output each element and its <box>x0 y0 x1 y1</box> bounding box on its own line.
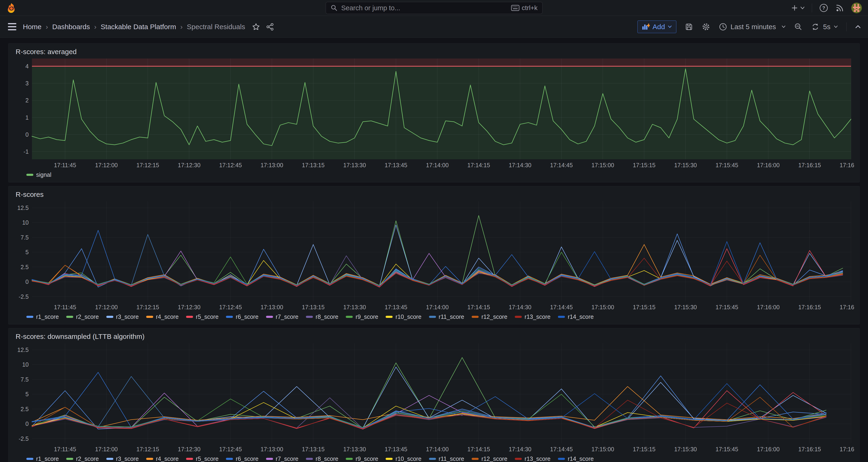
user-avatar[interactable] <box>851 3 862 13</box>
legend-item[interactable]: r13_score <box>515 456 551 462</box>
zoom-out-time-button[interactable] <box>794 23 803 31</box>
legend-item[interactable]: r10_score <box>385 313 421 320</box>
svg-text:17:12:45: 17:12:45 <box>219 446 242 453</box>
legend-item[interactable]: r2_score <box>66 313 99 320</box>
legend-series-color <box>186 316 193 318</box>
legend-series-label: r10_score <box>395 313 421 320</box>
legend-item[interactable]: r9_score <box>346 313 378 320</box>
favorite-button[interactable] <box>252 23 260 31</box>
svg-text:17:14:00: 17:14:00 <box>426 304 448 310</box>
share-icon <box>266 23 274 31</box>
legend-series-color <box>472 458 479 460</box>
svg-text:17:14:00: 17:14:00 <box>426 446 448 453</box>
legend-item[interactable]: r12_score <box>472 456 507 462</box>
breadcrumb-home[interactable]: Home <box>23 23 41 31</box>
legend-series-color <box>266 316 273 318</box>
clock-icon <box>719 23 727 31</box>
grafana-flame-icon <box>6 3 17 13</box>
legend-item[interactable]: r14_score <box>558 456 594 462</box>
legend-item[interactable]: r12_score <box>472 313 507 320</box>
legend-item[interactable]: r14_score <box>558 313 594 320</box>
refresh-button[interactable]: 5s <box>811 22 838 31</box>
legend-item[interactable]: r7_score <box>266 456 299 462</box>
svg-text:17:15:00: 17:15:00 <box>591 304 614 310</box>
breadcrumb-folder[interactable]: Stackable Data Platform <box>101 23 176 31</box>
timeseries-chart-downsampled[interactable]: 17:11:4517:12:0017:12:1517:12:3017:12:45… <box>13 341 855 454</box>
legend-item[interactable]: r11_score <box>429 456 464 462</box>
legend-series-label: r9_score <box>355 456 378 462</box>
share-button[interactable] <box>266 23 274 31</box>
legend-series-label: r12_score <box>482 456 507 462</box>
legend-item[interactable]: r8_score <box>306 456 338 462</box>
breadcrumb-separator: › <box>94 23 96 31</box>
svg-text:17:16:30: 17:16:30 <box>840 304 855 310</box>
legend-series-label: r6_score <box>236 456 258 462</box>
legend-series-label: r2_score <box>76 313 99 320</box>
panel-title[interactable]: R-scores: averaged <box>16 48 855 56</box>
legend-series-color <box>306 458 313 460</box>
timeseries-chart-averaged[interactable]: 17:11:4517:12:0017:12:1517:12:3017:12:45… <box>13 56 855 170</box>
mega-menu-toggle[interactable] <box>7 22 17 31</box>
refresh-icon <box>811 22 820 31</box>
legend-item[interactable]: r4_score <box>146 456 179 462</box>
legend-series-label: r6_score <box>236 313 258 320</box>
time-range-label: Last 5 minutes <box>731 23 776 31</box>
svg-text:17:11:45: 17:11:45 <box>54 162 76 168</box>
breadcrumb-dashboards[interactable]: Dashboards <box>52 23 90 31</box>
svg-text:17:12:30: 17:12:30 <box>178 304 200 310</box>
legend-series-color <box>66 316 73 318</box>
svg-text:17:15:45: 17:15:45 <box>715 304 738 310</box>
time-range-picker[interactable]: Last 5 minutes <box>719 23 786 31</box>
svg-text:-2.5: -2.5 <box>19 294 29 300</box>
legend-item[interactable]: r4_score <box>146 313 179 320</box>
panel-title[interactable]: R-scores: downsampled (LTTB algorithm) <box>16 333 855 340</box>
legend: r1_scorer2_scorer3_scorer4_scorer5_score… <box>13 454 855 462</box>
legend-series-color <box>26 458 33 460</box>
legend-item[interactable]: r5_score <box>186 313 218 320</box>
legend-item[interactable]: r10_score <box>385 456 421 462</box>
search-input[interactable] <box>341 4 507 12</box>
new-menu-button[interactable] <box>791 4 805 12</box>
grafana-logo[interactable] <box>6 3 17 13</box>
global-search[interactable]: ctrl+k <box>326 2 542 14</box>
legend-series-color <box>346 458 353 460</box>
chevron-down-icon <box>781 25 786 28</box>
legend-item[interactable]: r6_score <box>226 313 258 320</box>
add-panel-button[interactable]: Add <box>638 21 676 33</box>
svg-text:17:15:30: 17:15:30 <box>674 162 697 168</box>
legend-item[interactable]: r13_score <box>515 313 551 320</box>
svg-text:17:14:00: 17:14:00 <box>426 162 448 168</box>
legend-series-label: r8_score <box>316 456 338 462</box>
dashboard-grid: R-scores: averaged 17:11:4517:12:0017:12… <box>0 38 868 462</box>
dashboard-settings-button[interactable] <box>702 22 710 31</box>
svg-text:17:15:30: 17:15:30 <box>674 304 697 310</box>
legend-series-label: r5_score <box>196 313 218 320</box>
legend-item[interactable]: r9_score <box>346 456 378 462</box>
legend-series-label: r13_score <box>525 456 551 462</box>
legend-item[interactable]: r1_score <box>26 456 59 462</box>
legend-item[interactable]: r3_score <box>106 456 139 462</box>
svg-text:5: 5 <box>25 249 29 255</box>
legend-series-label: r10_score <box>395 456 421 462</box>
svg-text:17:14:45: 17:14:45 <box>550 162 572 168</box>
legend-item[interactable]: r7_score <box>266 313 299 320</box>
legend-item[interactable]: signal <box>26 172 51 178</box>
save-dashboard-button[interactable] <box>685 23 693 31</box>
news-button[interactable] <box>835 3 844 12</box>
legend-item[interactable]: r8_score <box>306 313 338 320</box>
legend-series-label: signal <box>36 172 51 178</box>
panel-title[interactable]: R-scores <box>16 190 855 198</box>
collapse-toolbar-button[interactable] <box>855 25 861 29</box>
legend-item[interactable]: r1_score <box>26 313 59 320</box>
legend-item[interactable]: r11_score <box>429 313 464 320</box>
help-button[interactable]: ? <box>819 3 828 12</box>
timeseries-chart-rscores[interactable]: 17:11:4517:12:0017:12:1517:12:3017:12:45… <box>13 199 855 312</box>
legend-item[interactable]: r5_score <box>186 456 218 462</box>
legend-item[interactable]: r3_score <box>106 313 139 320</box>
legend-series-label: r2_score <box>76 456 99 462</box>
legend-item[interactable]: r6_score <box>226 456 258 462</box>
chevron-down-icon <box>800 6 805 9</box>
legend-series-label: r7_score <box>276 456 299 462</box>
legend-series-color <box>146 316 153 318</box>
legend-item[interactable]: r2_score <box>66 456 99 462</box>
